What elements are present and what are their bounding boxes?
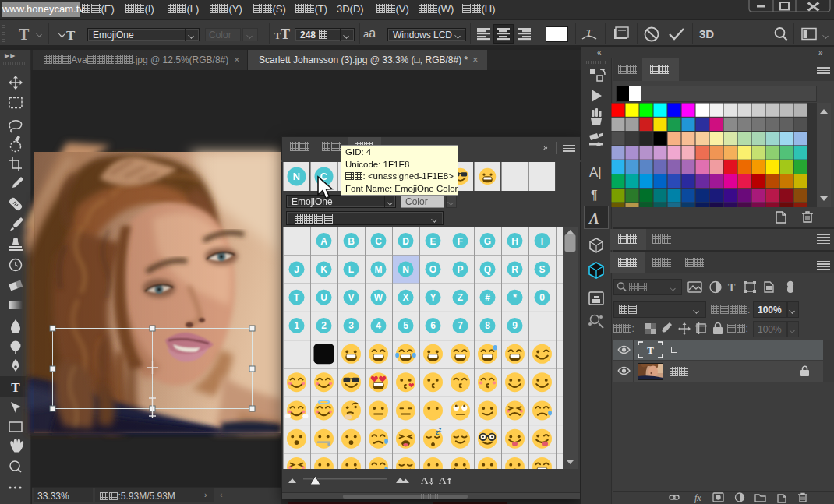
svg-text:3: 3 [348, 320, 354, 331]
svg-text:W: W [374, 292, 383, 303]
svg-text:#: # [485, 292, 490, 303]
svg-text:Y: Y [429, 292, 436, 303]
svg-text:*: * [513, 292, 517, 303]
svg-text:P: P [457, 264, 463, 275]
svg-text:A|: A| [589, 165, 602, 180]
svg-text:S: S [539, 264, 545, 275]
svg-text:4: 4 [376, 320, 381, 331]
svg-text:8: 8 [485, 320, 490, 331]
svg-text:C: C [375, 236, 382, 247]
svg-text:T: T [647, 344, 654, 356]
svg-text:A: A [439, 474, 447, 486]
svg-text:K: K [320, 264, 327, 275]
svg-text:0: 0 [539, 292, 545, 303]
svg-text:R: R [511, 264, 518, 275]
svg-text:Q: Q [484, 264, 491, 275]
svg-text:9: 9 [512, 320, 518, 331]
svg-text:fx: fx [694, 492, 701, 503]
svg-text:T: T [294, 292, 300, 303]
svg-text:A: A [421, 474, 429, 486]
svg-text:F: F [458, 236, 463, 247]
svg-text:T: T [728, 282, 736, 294]
svg-text:B: B [348, 236, 355, 247]
svg-text:U: U [320, 292, 327, 303]
svg-text:I: I [541, 236, 543, 247]
svg-text:E: E [429, 236, 436, 247]
svg-text:H: H [511, 236, 518, 247]
svg-text:T: T [11, 380, 20, 395]
svg-text:6: 6 [430, 320, 436, 331]
svg-text:N: N [402, 264, 409, 275]
svg-text:V: V [348, 292, 354, 303]
svg-text:N: N [293, 171, 300, 182]
svg-text:O: O [429, 264, 436, 275]
svg-text:1: 1 [294, 320, 299, 331]
svg-text:D: D [402, 236, 409, 247]
svg-text:A: A [320, 236, 327, 247]
svg-text:Z: Z [458, 292, 463, 303]
svg-text:T: T [586, 26, 592, 38]
svg-text:L: L [348, 264, 354, 275]
svg-text:G: G [484, 236, 491, 247]
svg-text:5: 5 [403, 320, 408, 331]
svg-text:X: X [402, 292, 408, 303]
svg-text:T: T [66, 28, 76, 43]
svg-text:7: 7 [458, 320, 463, 331]
svg-text:¶: ¶ [591, 189, 598, 202]
svg-text:2: 2 [321, 320, 327, 331]
svg-text:M: M [375, 264, 383, 275]
svg-text:J: J [294, 264, 299, 275]
svg-text:A: A [588, 210, 599, 227]
